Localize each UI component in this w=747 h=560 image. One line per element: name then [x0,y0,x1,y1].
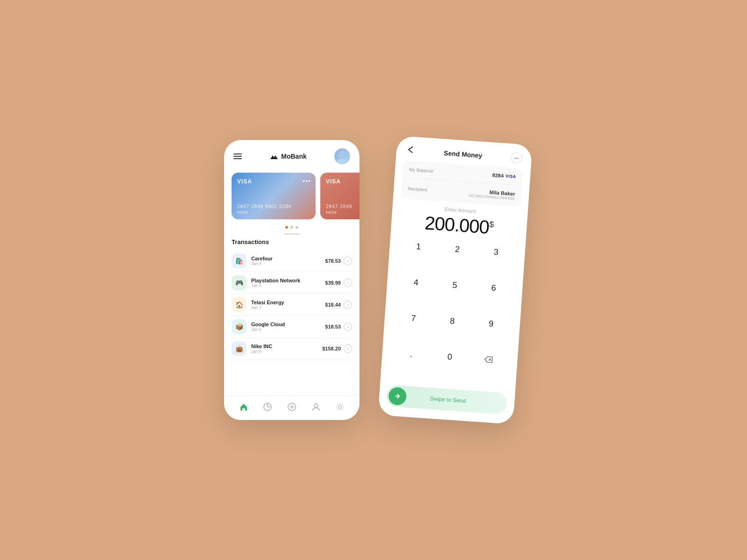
key-dot[interactable]: . [391,343,431,366]
card-orange-number: 2847 2849 [326,204,352,209]
google-name: Google Cloud [251,322,325,327]
carefour-info: Carefour Jan 8 [251,256,325,266]
hamburger-icon[interactable] [233,154,242,159]
table-row[interactable]: 🎮 Playstation Network Jan 8 $39.99 › [232,272,352,294]
drag-handle [284,233,299,235]
key-7[interactable]: 7 [394,307,434,330]
svg-point-4 [314,404,318,407]
playstation-name: Playstation Network [251,278,325,283]
avatar[interactable] [334,148,350,164]
telasi-icon: 🏠 [232,297,247,312]
key-5[interactable]: 5 [435,273,475,297]
card-blue-more[interactable]: ••• [303,177,311,185]
nike-date: Jan 8 [251,349,322,354]
carefour-arrow[interactable]: › [344,257,352,265]
playstation-date: Jan 8 [251,283,325,288]
transactions-section: Transactions 🛍️ Carefour Jan 8 $78.53 › … [224,238,359,395]
balance-value: 9284 VISA [492,172,516,180]
card-dots [224,223,359,231]
recipient-label: Recipient [408,186,427,192]
phone-mobank: MoBank VISA ••• 2847 2849 8901 9284 04/2… [224,140,359,420]
playstation-amount: $39.99 [325,280,341,286]
card-blue-number: 2847 2849 8901 9284 [237,204,291,209]
more-options-icon: ••• [514,155,519,161]
table-row[interactable]: 🛍️ Carefour Jan 8 $78.53 › [232,250,352,272]
google-date: Jan 6 [251,327,325,332]
key-4[interactable]: 4 [396,271,436,294]
bottom-nav [224,395,359,420]
telasi-date: Jan 7 [251,305,325,310]
swipe-label: Swipe to Send [406,393,507,407]
nav-profile-icon[interactable] [310,400,323,413]
nike-name: Nike INC [251,343,322,349]
avatar-image [334,148,350,164]
telasi-arrow[interactable]: › [344,301,352,309]
key-2[interactable]: 2 [437,238,477,261]
card-orange-expiry: 04/24 [326,210,337,215]
nike-icon: 👜 [232,341,247,356]
svg-point-1 [337,159,348,164]
logo-mountain-icon [269,153,279,160]
key-1[interactable]: 1 [398,235,438,258]
phone1-header: MoBank [224,140,359,169]
telasi-amount: $18.44 [325,302,341,308]
transactions-title: Transactions [232,238,352,245]
table-row[interactable]: 👜 Nike INC Jan 8 $158.20 › [232,338,352,360]
nav-home-icon[interactable] [237,400,250,413]
telasi-info: Telasi Energy Jan 7 [251,300,325,310]
balance-label: My Balance [409,167,434,174]
dot-3[interactable] [296,226,298,229]
nav-stats-icon[interactable] [261,400,274,413]
key-0[interactable]: 0 [430,345,470,369]
carefour-icon: 🛍️ [232,253,247,268]
phone-send-money: Send Money ••• My Balance 9284 VISA Reci… [378,136,532,425]
google-amount: $18.53 [325,324,341,329]
cards-section: VISA ••• 2847 2849 8901 9284 04/24 VISA … [224,169,359,223]
telasi-name: Telasi Energy [251,300,325,305]
key-3[interactable]: 3 [476,240,516,264]
logo-area: MoBank [269,153,306,160]
carefour-name: Carefour [251,256,325,261]
logo-text: MoBank [281,153,306,160]
key-backspace[interactable] [469,348,509,371]
balance-visa-badge: VISA [505,174,516,179]
google-icon: 📦 [232,319,247,334]
dot-2[interactable] [290,226,293,229]
carefour-amount: $78.53 [325,258,341,264]
card-orange-visa-label: VISA [326,178,359,185]
google-info: Google Cloud Jan 6 [251,322,325,332]
google-arrow[interactable]: › [344,322,352,331]
card-orange[interactable]: VISA 2847 2849 04/24 [320,173,359,219]
swipe-circle-icon [388,387,407,406]
card-blue-visa-label: VISA [237,178,310,185]
balance-number: 9284 [492,172,504,179]
nike-amount: $158.20 [322,346,341,351]
playstation-arrow[interactable]: › [344,279,352,287]
dot-1[interactable] [285,226,288,229]
carefour-date: Jan 8 [251,261,325,266]
nav-add-icon[interactable] [285,400,298,413]
currency-symbol: $ [489,219,493,229]
numpad: 1 2 3 4 5 6 7 8 9 . 0 [381,232,526,389]
key-9[interactable]: 9 [471,312,511,336]
swipe-to-send-button[interactable]: Swipe to Send [386,385,508,414]
back-button[interactable] [405,146,415,155]
table-row[interactable]: 🏠 Telasi Energy Jan 7 $18.44 › [232,294,352,316]
key-6[interactable]: 6 [473,276,514,300]
svg-point-0 [339,151,345,157]
playstation-info: Playstation Network Jan 8 [251,278,325,288]
amount-value: 200.000 [424,212,490,237]
page-title: Send Money [444,149,482,160]
table-row[interactable]: 📦 Google Cloud Jan 6 $18.53 › [232,316,352,338]
nav-settings-icon[interactable] [333,400,346,413]
card-blue[interactable]: VISA ••• 2847 2849 8901 9284 04/24 [232,173,316,219]
phones-container: MoBank VISA ••• 2847 2849 8901 9284 04/2… [224,140,523,420]
playstation-icon: 🎮 [232,275,247,290]
nike-info: Nike INC Jan 8 [251,343,322,354]
svg-point-5 [338,406,341,408]
nike-arrow[interactable]: › [344,344,352,353]
card-blue-expiry: 04/24 [237,210,248,215]
more-options-button[interactable]: ••• [511,152,523,164]
key-8[interactable]: 8 [432,309,472,333]
